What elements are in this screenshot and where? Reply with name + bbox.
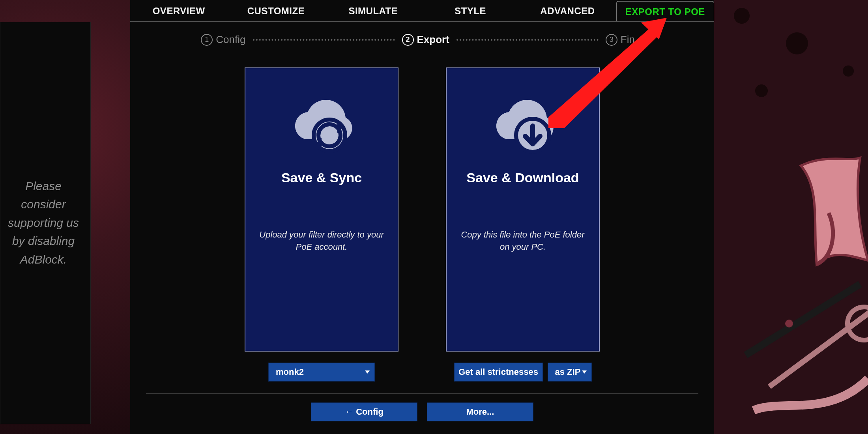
step-number: 1 xyxy=(201,34,213,46)
tab-advanced[interactable]: ADVANCED xyxy=(519,1,616,21)
tab-customize[interactable]: CUSTOMIZE xyxy=(227,1,324,21)
card-description: Upload your filter directly to your PoE … xyxy=(257,229,386,253)
divider xyxy=(146,393,698,394)
svg-point-1 xyxy=(734,8,750,24)
svg-point-2 xyxy=(786,32,808,54)
step-number: 3 xyxy=(606,34,617,46)
step-finish[interactable]: 3 Fin... xyxy=(606,34,644,46)
tab-simulate[interactable]: SIMULATE xyxy=(325,1,422,21)
preset-select[interactable]: monk2 xyxy=(268,363,375,382)
adblock-notice-text: Please consider supporting us by disabli… xyxy=(2,177,85,269)
main-panel: OVERVIEW CUSTOMIZE SIMULATE STYLE ADVANC… xyxy=(130,0,714,434)
tab-bar: OVERVIEW CUSTOMIZE SIMULATE STYLE ADVANC… xyxy=(130,0,714,22)
cloud-sync-icon xyxy=(282,96,361,161)
card-save-download[interactable]: Save & Download Copy this file into the … xyxy=(446,67,600,352)
strictness-button-label: Get all strictnesses xyxy=(458,367,538,377)
wizard-nav: ← Config More... xyxy=(130,402,714,421)
svg-point-8 xyxy=(785,320,793,327)
card-save-sync[interactable]: Save & Sync Upload your filter directly … xyxy=(245,67,398,352)
back-button[interactable]: ← Config xyxy=(311,402,417,421)
export-cards: Save & Sync Upload your filter directly … xyxy=(130,67,714,352)
format-select[interactable]: as ZIP xyxy=(548,363,592,382)
download-controls: Get all strictnesses as ZIP xyxy=(446,363,600,382)
preset-select-value: monk2 xyxy=(276,367,304,377)
step-divider xyxy=(253,39,395,41)
chevron-down-icon xyxy=(582,370,587,374)
step-config[interactable]: 1 Config xyxy=(201,34,245,46)
more-button[interactable]: More... xyxy=(427,402,533,421)
step-divider xyxy=(456,39,599,41)
step-label: Export xyxy=(417,34,449,46)
adblock-notice-panel: Please consider supporting us by disabli… xyxy=(0,22,91,424)
sync-controls: monk2 xyxy=(245,363,398,382)
cloud-download-icon xyxy=(483,96,562,161)
wizard-steps: 1 Config 2 Export 3 Fin... xyxy=(130,34,714,46)
step-export[interactable]: 2 Export xyxy=(402,34,449,46)
background-right xyxy=(714,0,868,434)
strictness-button[interactable]: Get all strictnesses xyxy=(454,363,543,382)
chevron-down-icon xyxy=(365,370,370,374)
svg-point-3 xyxy=(843,65,854,77)
card-description: Copy this file into the PoE folder on yo… xyxy=(458,229,587,253)
step-label: Config xyxy=(216,34,245,46)
format-select-value: as ZIP xyxy=(555,367,581,377)
background-art xyxy=(714,0,868,434)
card-controls: monk2 Get all strictnesses as ZIP xyxy=(130,363,714,382)
step-label: Fin... xyxy=(621,34,644,46)
card-title: Save & Download xyxy=(458,170,587,185)
tab-export[interactable]: EXPORT TO POE xyxy=(616,1,714,21)
card-title: Save & Sync xyxy=(257,170,386,185)
step-number: 2 xyxy=(402,34,414,46)
tab-overview[interactable]: OVERVIEW xyxy=(130,1,227,21)
svg-point-4 xyxy=(755,84,768,97)
tab-style[interactable]: STYLE xyxy=(422,1,519,21)
